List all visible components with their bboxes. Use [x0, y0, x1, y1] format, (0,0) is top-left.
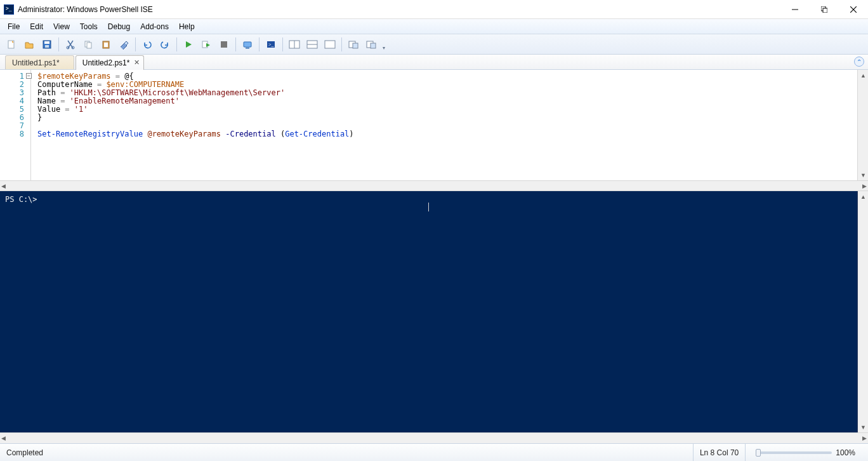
layout-split-icon[interactable] — [286, 36, 303, 53]
scroll-right-icon[interactable]: ▶ — [862, 435, 867, 441]
titlebar: Administrator: Windows PowerShell ISE — [0, 0, 868, 19]
minimize-button[interactable] — [780, 0, 810, 19]
zoom-thumb[interactable] — [756, 449, 761, 457]
console-vscrollbar[interactable]: ▲ ▼ — [857, 191, 868, 432]
layout-console-icon[interactable] — [321, 36, 339, 53]
svg-text:>_: >_ — [268, 42, 275, 48]
code-area[interactable]: $remoteKeyParams = @{ComputerName = $env… — [30, 70, 857, 180]
scroll-up-icon[interactable]: ▲ — [858, 70, 868, 81]
svg-rect-24 — [353, 43, 358, 48]
paste-icon[interactable] — [97, 36, 115, 53]
svg-rect-13 — [221, 41, 227, 48]
command-addon1-icon[interactable] — [345, 36, 362, 53]
menu-help[interactable]: Help — [174, 20, 200, 33]
svg-rect-15 — [246, 48, 249, 49]
tabstrip: Untitled1.ps1* Untitled2.ps1* ✕ ⌃ — [0, 55, 868, 70]
redo-icon[interactable] — [156, 36, 174, 53]
tab-untitled2[interactable]: Untitled2.ps1* ✕ — [76, 55, 145, 70]
layout-script-icon[interactable] — [303, 36, 321, 53]
console-pane[interactable]: PS C:\> — [0, 191, 857, 432]
toolbar: >_ ▾ — [0, 34, 868, 55]
svg-rect-26 — [371, 43, 376, 48]
script-pane-toggle-icon[interactable]: ⌃ — [854, 57, 864, 67]
tab-untitled1[interactable]: Untitled1.ps1* — [5, 55, 74, 69]
menu-debug[interactable]: Debug — [103, 20, 135, 33]
scroll-left-icon[interactable]: ◀ — [1, 183, 6, 189]
tab-label: Untitled2.ps1* — [82, 58, 130, 67]
scroll-up-icon[interactable]: ▲ — [858, 191, 868, 202]
new-icon[interactable] — [3, 36, 20, 53]
svg-rect-14 — [244, 42, 251, 47]
tab-label: Untitled1.ps1* — [12, 58, 60, 67]
svg-rect-9 — [87, 43, 91, 48]
window-title: Administrator: Windows PowerShell ISE — [18, 5, 153, 14]
scroll-left-icon[interactable]: ◀ — [1, 435, 6, 441]
maximize-button[interactable] — [810, 0, 839, 19]
menu-view[interactable]: View — [48, 20, 75, 33]
open-icon[interactable] — [20, 36, 38, 53]
close-button[interactable] — [839, 0, 868, 19]
svg-rect-4 — [44, 41, 49, 44]
cut-icon[interactable] — [62, 36, 79, 53]
editor-vscrollbar[interactable]: ▲ ▼ — [857, 70, 868, 180]
zoom-control[interactable]: 100% — [745, 444, 862, 461]
scroll-right-icon[interactable]: ▶ — [862, 183, 867, 189]
svg-rect-5 — [45, 45, 49, 48]
command-addon2-icon[interactable] — [362, 36, 380, 53]
console-prompt: PS C:\> — [5, 195, 37, 204]
save-icon[interactable] — [38, 36, 56, 53]
run-icon[interactable] — [180, 36, 197, 53]
menubar: File Edit View Tools Debug Add-ons Help — [0, 19, 868, 34]
tab-close-icon[interactable]: ✕ — [132, 58, 141, 67]
remote-icon[interactable] — [239, 36, 256, 53]
menu-file[interactable]: File — [3, 20, 25, 33]
svg-rect-11 — [104, 43, 108, 47]
clear-icon[interactable] — [115, 36, 133, 53]
stop-icon[interactable] — [215, 36, 233, 53]
run-selection-icon[interactable] — [197, 36, 215, 53]
scroll-down-icon[interactable]: ▼ — [858, 422, 868, 432]
copy-icon[interactable] — [79, 36, 97, 53]
menu-addons[interactable]: Add-ons — [135, 20, 174, 33]
statusbar: Completed Ln 8 Col 70 100% — [0, 443, 868, 461]
app-icon — [4, 4, 14, 15]
status-text: Completed — [6, 448, 43, 457]
editor-hscrollbar[interactable]: ◀ ▶ — [0, 180, 868, 191]
ps-icon[interactable]: >_ — [262, 36, 280, 53]
script-editor[interactable]: 1−2345678 $remoteKeyParams = @{ComputerN… — [0, 70, 868, 180]
svg-rect-22 — [325, 41, 335, 48]
console-hscrollbar[interactable]: ◀ ▶ — [0, 432, 868, 443]
cursor-position: Ln 8 Col 70 — [693, 444, 745, 461]
toolbar-overflow-icon[interactable]: ▾ — [380, 36, 388, 53]
menu-edit[interactable]: Edit — [25, 20, 48, 33]
line-gutter: 1−2345678 — [0, 70, 30, 180]
undo-icon[interactable] — [138, 36, 156, 53]
menu-tools[interactable]: Tools — [75, 20, 103, 33]
svg-rect-1 — [823, 8, 827, 13]
scroll-down-icon[interactable]: ▼ — [858, 170, 868, 180]
zoom-value: 100% — [836, 448, 855, 457]
text-cursor-icon — [428, 203, 429, 211]
zoom-slider[interactable] — [756, 451, 832, 454]
